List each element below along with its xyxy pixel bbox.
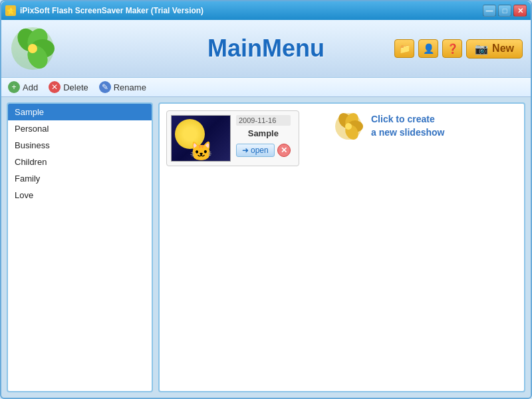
header: MainMenu 📁 👤 ❓ 📷 New xyxy=(1,20,531,78)
user-button[interactable]: 👤 xyxy=(418,39,438,58)
delete-button[interactable]: ✕ Delete xyxy=(49,81,88,93)
svg-point-5 xyxy=(28,44,37,53)
card-date: 2009-11-16 xyxy=(236,115,291,126)
close-button[interactable]: ✕ xyxy=(513,5,527,17)
sidebar-item-sample[interactable]: Sample xyxy=(8,104,152,120)
main-window: ⭐ iPixSoft Flash ScreenSaver Maker (Tria… xyxy=(0,0,532,399)
add-icon: + xyxy=(8,81,20,93)
sidebar-item-business[interactable]: Business xyxy=(8,137,152,154)
sidebar-item-love[interactable]: Love xyxy=(8,187,152,203)
rename-icon: ✎ xyxy=(99,81,111,93)
delete-icon: ✕ xyxy=(49,81,61,93)
delete-card-button[interactable]: ✕ xyxy=(277,144,291,157)
toolbar: + Add ✕ Delete ✎ Rename xyxy=(1,78,531,97)
window-controls: — □ ✕ xyxy=(483,5,527,17)
card-name: Sample xyxy=(236,128,291,138)
window-title: iPixSoft Flash ScreenSaver Maker (Trial … xyxy=(20,6,203,15)
main-content: 🐱 2009-11-16 Sample ➜ open ✕ xyxy=(158,102,525,392)
new-button[interactable]: 📷 New xyxy=(466,39,523,59)
header-actions: 📁 👤 ❓ 📷 New xyxy=(394,39,523,59)
open-slideshow-button[interactable]: ➜ open xyxy=(236,144,275,157)
rename-button[interactable]: ✎ Rename xyxy=(99,81,146,93)
content-area: Sample Personal Business Children Family… xyxy=(1,97,531,398)
new-slideshow-text: Click to create a new slideshow xyxy=(371,113,444,139)
sidebar-item-children[interactable]: Children xyxy=(8,154,152,170)
folder-button[interactable]: 📁 xyxy=(394,39,414,58)
new-button-label: New xyxy=(492,43,514,55)
page-title: MainMenu xyxy=(207,35,325,63)
sidebar-item-family[interactable]: Family xyxy=(8,170,152,187)
app-icon: ⭐ xyxy=(5,5,16,16)
minimize-button[interactable]: — xyxy=(483,5,496,17)
new-button-icon: 📷 xyxy=(475,43,488,55)
card-actions: ➜ open ✕ xyxy=(236,144,291,157)
app-logo xyxy=(9,25,56,72)
delete-label: Delete xyxy=(63,82,88,92)
svg-point-11 xyxy=(345,123,352,130)
open-label: open xyxy=(251,146,269,155)
help-button[interactable]: ❓ xyxy=(442,39,462,58)
new-slideshow-prompt[interactable]: Click to create a new slideshow xyxy=(332,110,444,142)
thumbnail-figure: 🐱 xyxy=(190,142,213,161)
slideshow-card: 🐱 2009-11-16 Sample ➜ open ✕ xyxy=(166,110,299,166)
sidebar-item-personal[interactable]: Personal xyxy=(8,120,152,137)
title-bar: ⭐ iPixSoft Flash ScreenSaver Maker (Tria… xyxy=(1,1,531,20)
slideshow-thumbnail: 🐱 xyxy=(171,115,231,162)
add-label: Add xyxy=(23,82,38,92)
new-slideshow-icon xyxy=(332,110,364,142)
sidebar-list: Sample Personal Business Children Family… xyxy=(7,102,153,392)
rename-label: Rename xyxy=(114,82,146,92)
add-button[interactable]: + Add xyxy=(8,81,38,93)
card-info: 2009-11-16 Sample ➜ open ✕ xyxy=(236,115,291,157)
maximize-button[interactable]: □ xyxy=(498,5,511,17)
open-arrow-icon: ➜ xyxy=(242,146,249,155)
